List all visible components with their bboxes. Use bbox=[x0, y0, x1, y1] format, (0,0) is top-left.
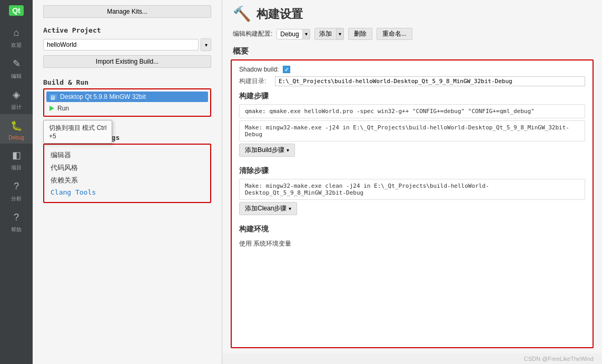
sidebar-item-design[interactable]: ◈ 设计 bbox=[0, 83, 33, 114]
build-kit-item[interactable]: 🖥 Desktop Qt 5.9.8 MinGW 32bit bbox=[46, 92, 208, 102]
config-select[interactable]: Debug bbox=[277, 29, 302, 39]
run-triangle-icon bbox=[50, 106, 54, 111]
hammer-icon: 🔨 bbox=[233, 5, 251, 23]
shadow-build-label: Shadow build: bbox=[239, 66, 279, 73]
sidebar-item-edit[interactable]: ✎ 编辑 bbox=[0, 52, 33, 83]
tooltip-text: 切换到项目 模式 Ctrl bbox=[49, 124, 106, 132]
tooltip-extra: +5 bbox=[49, 133, 56, 140]
debug-icon: 🐛 bbox=[9, 118, 24, 133]
tooltip-popup: 切换到项目 模式 Ctrl +5 bbox=[43, 120, 112, 144]
project-settings-box: 编辑器 代码风格 依赖关系 Clang Tools bbox=[43, 144, 211, 203]
project-select[interactable]: helloWorld bbox=[43, 39, 199, 50]
settings-dependencies[interactable]: 依赖关系 bbox=[51, 174, 204, 187]
manage-kits-button[interactable]: Manage Kits... bbox=[43, 5, 211, 18]
right-header: 🔨 构建设置 bbox=[222, 0, 602, 26]
edit-icon: ✎ bbox=[9, 56, 24, 71]
projects-icon: ◧ bbox=[9, 148, 24, 163]
sidebar-label-welcome: 欢迎 bbox=[11, 42, 22, 49]
rename-config-button[interactable]: 重命名... bbox=[377, 28, 412, 40]
project-dropdown-arrow[interactable]: ▾ bbox=[201, 38, 211, 51]
settings-clang-tools[interactable]: Clang Tools bbox=[51, 187, 204, 198]
qt-logo[interactable]: Qt bbox=[0, 0, 33, 21]
add-config-arrow[interactable]: ▾ bbox=[336, 28, 343, 39]
sidebar-label-help: 帮助 bbox=[11, 226, 22, 234]
config-add-group: 添加 ▾ bbox=[314, 28, 344, 40]
delete-config-button[interactable]: 删除 bbox=[348, 28, 372, 40]
sidebar-label-analyze: 分析 bbox=[11, 195, 22, 203]
analyze-icon: ? bbox=[9, 179, 24, 194]
project-name: helloWorld bbox=[47, 41, 76, 48]
settings-editor[interactable]: 编辑器 bbox=[51, 149, 204, 161]
qmake-command: qmake: qmake.exe helloWorld.pro -spec wi… bbox=[239, 104, 585, 118]
clean-steps-title: 清除步骤 bbox=[239, 166, 585, 176]
add-config-button[interactable]: 添加 bbox=[315, 28, 336, 39]
add-clean-step-button[interactable]: 添加Clean步骤 bbox=[239, 202, 297, 215]
page-title: 构建设置 bbox=[256, 6, 303, 22]
sidebar-label-design: 设计 bbox=[11, 104, 22, 111]
clean-command: Make: mingw32-make.exe clean -j24 in E:\… bbox=[239, 179, 585, 200]
env-row: 使用 系统环境变量 bbox=[239, 237, 585, 250]
sidebar-label-debug: Debug bbox=[8, 135, 24, 140]
build-steps-title: 构建步骤 bbox=[239, 92, 585, 101]
sidebar-item-projects[interactable]: ◧ 项目 bbox=[0, 144, 33, 175]
sidebar: Qt ⌂ 欢迎 ✎ 编辑 ◈ 设计 🐛 Debug ◧ 项目 ? 分析 ? 帮助 bbox=[0, 0, 33, 364]
main-content-area: Shadow build: 构建目录: 构建步骤 qmake: qmake.ex… bbox=[231, 59, 594, 348]
add-build-step-button[interactable]: 添加Build步骤 bbox=[239, 144, 295, 157]
shadow-build-checkbox[interactable] bbox=[283, 66, 290, 73]
config-select-group: Debug ▾ bbox=[277, 29, 310, 39]
monitor-icon: 🖥 bbox=[50, 94, 57, 99]
build-run-box: 🖥 Desktop Qt 5.9.8 MinGW 32bit Run bbox=[43, 88, 211, 117]
summary-label: 概要 bbox=[222, 44, 602, 59]
design-icon: ◈ bbox=[9, 87, 24, 102]
config-value: Debug bbox=[280, 31, 299, 38]
build-env-title: 构建环境 bbox=[239, 225, 585, 234]
help-icon: ? bbox=[9, 210, 24, 225]
run-item[interactable]: Run bbox=[46, 103, 208, 114]
import-build-button[interactable]: Import Existing Build... bbox=[43, 55, 211, 68]
build-kit-label: Desktop Qt 5.9.8 MinGW 32bit bbox=[60, 93, 146, 100]
build-dir-input[interactable] bbox=[275, 76, 585, 86]
build-run-label: Build & Run bbox=[33, 74, 222, 88]
welcome-icon: ⌂ bbox=[9, 25, 24, 40]
run-label: Run bbox=[57, 105, 69, 112]
build-dir-label: 构建目录: bbox=[239, 77, 271, 86]
config-label: 编辑构建配置: bbox=[233, 29, 272, 38]
config-bar: 编辑构建配置: Debug ▾ 添加 ▾ 删除 重命名... bbox=[222, 26, 602, 44]
right-panel: 🔨 构建设置 编辑构建配置: Debug ▾ 添加 ▾ 删除 重命名... 概要… bbox=[222, 0, 602, 364]
build-dir-row: 构建目录: bbox=[239, 76, 585, 86]
make-command: Make: mingw32-make.exe -j24 in E:\_Qt_Pr… bbox=[239, 120, 585, 141]
sidebar-item-welcome[interactable]: ⌂ 欢迎 bbox=[0, 21, 33, 52]
config-select-arrow[interactable]: ▾ bbox=[302, 29, 310, 39]
shadow-build-row: Shadow build: bbox=[239, 66, 585, 73]
settings-code-style[interactable]: 代码风格 bbox=[51, 161, 204, 174]
qt-logo-text: Qt bbox=[9, 5, 24, 16]
left-panel: Manage Kits... Active Project helloWorld… bbox=[33, 0, 222, 364]
active-project-label: Active Project bbox=[33, 22, 222, 36]
project-dropdown: helloWorld ▾ bbox=[43, 38, 211, 51]
watermark: CSDN @FreeLikeTheWind bbox=[222, 353, 602, 364]
sidebar-item-help[interactable]: ? 帮助 bbox=[0, 206, 33, 237]
sidebar-item-analyze[interactable]: ? 分析 bbox=[0, 175, 33, 206]
sidebar-item-debug[interactable]: 🐛 Debug bbox=[0, 114, 33, 144]
sidebar-label-projects: 项目 bbox=[11, 164, 22, 171]
sidebar-label-edit: 编辑 bbox=[11, 73, 22, 80]
